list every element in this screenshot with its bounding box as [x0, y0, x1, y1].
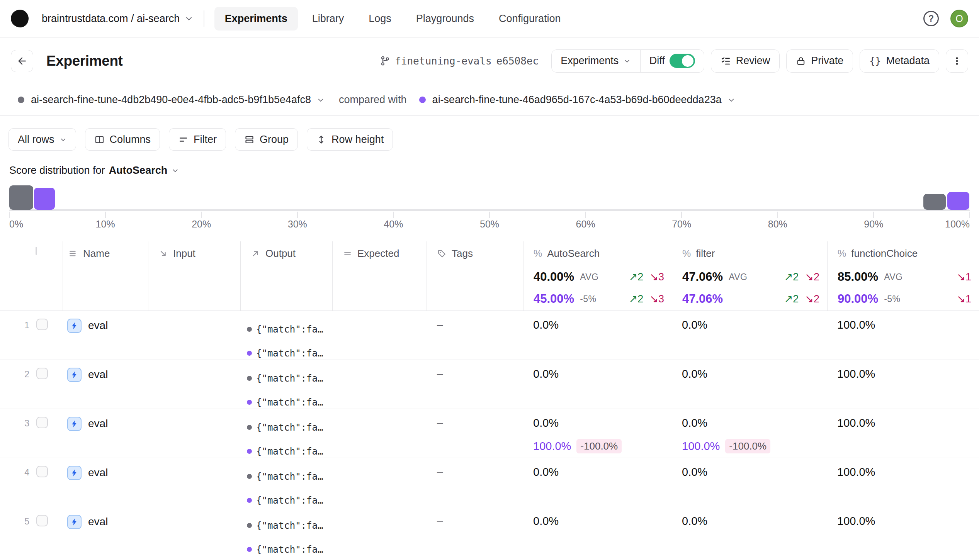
table-row[interactable]: 1 eval {"query":"tag= BarChart","s… {"ma… [0, 311, 979, 360]
avatar[interactable]: O [950, 10, 968, 27]
back-button[interactable] [11, 50, 33, 72]
metadata-button[interactable]: {} Metadata [860, 49, 939, 73]
column-label: filter [696, 248, 715, 260]
row-height-label: Row height [331, 134, 384, 146]
table-row[interactable]: 5 eval {"query":"meta data.orgName… {"ma… [0, 507, 979, 556]
group-button[interactable]: Group [235, 128, 298, 151]
input-cell[interactable]: {"query":"tag= BarChart","s… [148, 311, 240, 360]
score-distribution-section: Score distribution for AutoSearch 0%10%2… [0, 151, 979, 230]
expected-cell[interactable]: {"tags": ["+BarChart"… [332, 311, 427, 360]
column-header-expected[interactable]: Expected [332, 241, 427, 311]
axis-tick-label: 100% [945, 219, 970, 230]
chevron-down-icon[interactable] [316, 96, 325, 104]
avg-value: 40.00% [534, 270, 574, 284]
input-cell[interactable]: {"query":"meta data.label =… [148, 409, 240, 458]
columns-button[interactable]: Columns [85, 128, 160, 151]
comparison-output-dot [247, 498, 252, 503]
output-line: {"match":fa… [256, 495, 323, 506]
score-value: 100.0% [837, 319, 979, 331]
input-cell[interactable]: {"query":"meta data.orgName… [148, 507, 240, 556]
score-histogram: 0%10%20%30%40%50%60%70%80%90%100% [9, 184, 970, 230]
output-cell[interactable]: {"match":fa… {"match":fa… [240, 458, 332, 507]
axis-tick-label: 40% [384, 219, 403, 230]
base-experiment-name[interactable]: ai-search-fine-tune-4db2b490-e0e4-4fbb-a… [31, 94, 311, 106]
axis-tick-label: 80% [768, 219, 787, 230]
expected-cell[interactable]: {"match":false ,"filter":"i… [332, 360, 427, 409]
output-line: {"match":fa… [256, 397, 323, 408]
column-header-filter[interactable]: % filter 47.06% AVG ↗2 ↘2 47.06% ↗2 ↘2 [672, 241, 827, 311]
column-header-input[interactable]: Input [148, 241, 240, 311]
tab-experiments[interactable]: Experiments [214, 7, 298, 31]
output-cell[interactable]: {"match":fa… {"match":fa… [240, 507, 332, 556]
column-header-autosearch[interactable]: % AutoSearch 40.00% AVG ↗2 ↘3 45.00% -5%… [523, 241, 672, 311]
row-checkbox[interactable] [36, 466, 48, 477]
tab-playgrounds[interactable]: Playgrounds [406, 7, 484, 31]
header-actions: finetuning-evals e6508ec Experiments Dif… [380, 49, 968, 73]
tab-configuration[interactable]: Configuration [488, 7, 571, 31]
expected-cell[interactable]: {"match":false ,"filter":"s… [332, 458, 427, 507]
name-cell[interactable]: eval [63, 507, 148, 556]
filter-button[interactable]: Filter [169, 128, 226, 151]
row-checkbox[interactable] [36, 417, 48, 428]
name-cell[interactable]: eval [63, 311, 148, 360]
arrow-down-right-icon [158, 249, 168, 258]
axis-tick [297, 212, 298, 218]
column-header-output[interactable]: Output [240, 241, 332, 311]
row-checkbox[interactable] [36, 319, 48, 330]
output-cell[interactable]: {"match":fa… {"match":fa… [240, 409, 332, 458]
output-cell[interactable]: {"match":fa… {"match":fa… [240, 311, 332, 360]
score-delta-badge: -100.0% [576, 439, 622, 453]
tab-library[interactable]: Library [302, 7, 355, 31]
score-delta-badge: -100.0% [725, 439, 770, 453]
more-options-button[interactable] [946, 49, 968, 73]
tab-logs[interactable]: Logs [358, 7, 402, 31]
eval-lightning-icon [67, 515, 82, 529]
name-cell[interactable]: eval [63, 458, 148, 507]
column-header-functionchoice[interactable]: % functionChoice 85.00% AVG ↘1 90.00% -5… [827, 241, 979, 311]
chevron-down-icon[interactable] [727, 96, 736, 104]
input-cell[interactable]: {"query":"id=" 5e6a88d31363… [148, 360, 240, 409]
page-title: Experiment [46, 53, 123, 69]
table-row[interactable]: 2 eval {"query":"id=" 5e6a88d31363… {"ma… [0, 360, 979, 409]
row-name: eval [88, 417, 108, 458]
all-rows-dropdown[interactable]: All rows [8, 128, 76, 151]
expected-cell[interactable]: {"match":false ,"filter":"m… [332, 409, 427, 458]
axis-tick [585, 212, 586, 218]
column-header-tags[interactable]: Tags [427, 241, 523, 311]
private-button[interactable]: Private [786, 49, 853, 73]
axis-tick [9, 212, 10, 218]
experiments-dropdown[interactable]: Experiments [552, 50, 640, 72]
branch-info[interactable]: finetuning-evals e6508ec [380, 55, 539, 67]
row-checkbox[interactable] [36, 515, 48, 526]
avg-value: 47.06% [682, 270, 723, 284]
help-icon[interactable]: ? [923, 11, 939, 26]
comparison-experiment-name[interactable]: ai-search-fine-tune-46ad965d-167c-4a53-b… [432, 94, 722, 106]
review-checklist-icon [721, 56, 731, 66]
base-output-dot [247, 376, 252, 381]
row-checkbox[interactable] [36, 368, 48, 379]
column-header-name[interactable]: Name [63, 241, 148, 311]
name-cell[interactable]: eval [63, 360, 148, 409]
page-header: Experiment finetuning-evals e6508ec Expe… [0, 37, 979, 84]
experiments-diff-control: Experiments Diff [551, 49, 704, 73]
name-cell[interactable]: eval [63, 409, 148, 458]
table-row[interactable]: 4 eval {"query":"scor es['common.h… {"ma… [0, 458, 979, 507]
comparison-score-value: 100.0% [682, 440, 720, 453]
output-cell[interactable]: {"match":fa… {"match":fa… [240, 360, 332, 409]
filter-score-cell: 0.0% [672, 507, 827, 556]
eval-lightning-icon [67, 319, 82, 333]
review-button[interactable]: Review [711, 49, 780, 73]
input-cell[interactable]: {"query":"scor es['common.h… [148, 458, 240, 507]
breadcrumb[interactable]: braintrustdata.com / ai-search [42, 13, 194, 25]
row-height-button[interactable]: Row height [307, 128, 393, 151]
score-distribution-title[interactable]: Score distribution for AutoSearch [9, 165, 970, 176]
score-value: 0.0% [682, 319, 827, 331]
expected-cell[interactable]: {"match":false ,"filter":"m… [332, 507, 427, 556]
braintrust-logo[interactable] [11, 10, 29, 27]
metadata-label: Metadata [886, 55, 930, 67]
diff-toggle[interactable] [670, 54, 695, 68]
functionchoice-score-cell: 100.0% [827, 360, 979, 409]
table-row[interactable]: 3 eval {"query":"meta data.label =… {"ma… [0, 409, 979, 458]
tags-cell: – [427, 360, 523, 409]
select-all-checkbox[interactable] [36, 247, 37, 255]
